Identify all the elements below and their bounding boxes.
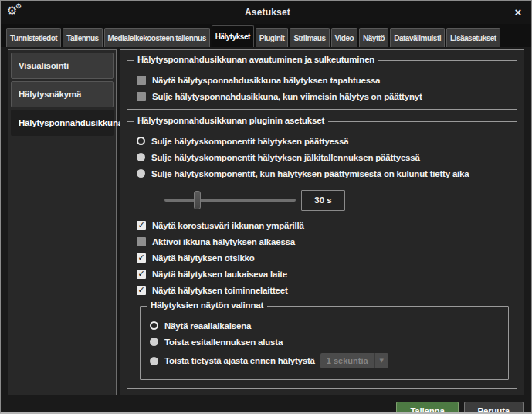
settings-window: ⚙ ⚙ Asetukset × TunnistetiedotTallennusM… xyxy=(0,0,532,414)
checkbox-row: ✓Näytä hälytyksen otsikko xyxy=(137,253,509,263)
radio-row: Toista tietystä ajasta ennen hälytystä1 … xyxy=(150,353,500,368)
group-open-close-title: Hälytysponnahdusikkunan avautuminen ja s… xyxy=(134,55,378,64)
unselected-radio-icon[interactable] xyxy=(137,153,145,161)
checked-checkbox-icon[interactable]: ✓ xyxy=(137,221,146,230)
tab-tunnistetiedot[interactable]: Tunnistetiedot xyxy=(6,28,61,47)
checkbox-row: Aktivoi ikkuna hälytyksen alkaessa xyxy=(137,236,509,246)
group-plugin-radio-rows: Sulje hälytyskomponentit hälytyksen päät… xyxy=(137,136,509,178)
unchecked-checkbox-icon[interactable] xyxy=(137,237,146,246)
group-alarm-display: Hälytyksien näytön valinnat Näytä reaali… xyxy=(140,306,509,380)
checkbox-row: ✓Näytä hälytyksen toiminnelaitteet xyxy=(137,285,509,295)
checked-checkbox-icon[interactable]: ✓ xyxy=(137,270,146,279)
radio-row: Toista esitallennuksen alusta xyxy=(150,337,500,347)
footer-bar: Tallenna Peruuta xyxy=(1,397,531,414)
checkbox-label: Näytä hälytyksen otsikko xyxy=(152,253,255,263)
gear-icon: ⚙ ⚙ xyxy=(7,4,24,21)
radio-row: Näytä reaaliaikaisena xyxy=(150,321,500,331)
group-open-close-rows: Näytä hälytysponnahdusikkuna hälytyksen … xyxy=(137,75,509,101)
sidebar: VisualisointiHälytysnäkymäHälytysponnahd… xyxy=(8,49,117,395)
unchecked-checkbox-icon[interactable] xyxy=(137,76,146,85)
checkbox-label: Näytä hälytyksen laukaiseva laite xyxy=(152,270,287,279)
radio-row: Sulje hälytyskomponentit hälytyksen jälk… xyxy=(137,152,509,162)
checkbox-label: Näytä hälytyksen toiminnelaitteet xyxy=(152,286,288,295)
checkbox-label: Näytä korostusväri ikkunan ympärillä xyxy=(152,221,304,230)
unselected-radio-icon[interactable] xyxy=(150,338,158,346)
radio-label: Sulje hälytyskomponentit hälytyksen jälk… xyxy=(151,153,420,162)
close-icon[interactable]: × xyxy=(511,5,525,19)
cancel-button[interactable]: Peruuta xyxy=(464,402,524,414)
group-alarm-display-title: Hälytyksien näytön valinnat xyxy=(147,300,267,310)
chevron-down-icon[interactable]: ▼ xyxy=(374,353,388,368)
slider-handle[interactable] xyxy=(194,191,201,209)
sidebar-item-hälytysnäkymä[interactable]: Hälytysnäkymä xyxy=(11,81,114,107)
gear-icon-small: ⚙ xyxy=(15,3,22,10)
unselected-radio-icon[interactable] xyxy=(150,357,158,365)
tab-hälytykset[interactable]: Hälytykset xyxy=(212,25,254,47)
content-area: VisualisointiHälytysnäkymäHälytysponnahd… xyxy=(1,47,531,397)
radio-label: Näytä reaaliaikaisena xyxy=(164,321,251,331)
close-delay-value-box[interactable]: 30 s xyxy=(301,190,345,211)
group-plugin-settings-title: Hälytysponnahdusikkunan pluginin asetuks… xyxy=(134,116,328,125)
main-panel: Hälytysponnahdusikkunan avautuminen ja s… xyxy=(120,49,524,395)
tab-lisäasetukset[interactable]: Lisäasetukset xyxy=(446,28,500,47)
radio-row: Sulje hälytyskomponentit, kun hälytyksen… xyxy=(137,168,509,178)
close-delay-slider[interactable] xyxy=(164,199,296,202)
close-delay-slider-row: 30 s xyxy=(164,189,509,211)
tab-video[interactable]: Video xyxy=(331,28,358,47)
title-bar: ⚙ ⚙ Asetukset × xyxy=(1,1,531,24)
unchecked-checkbox-icon[interactable] xyxy=(137,92,146,101)
tab-tallennus[interactable]: Tallennus xyxy=(63,28,102,47)
group-plugin-checkbox-rows: ✓Näytä korostusväri ikkunan ympärilläAkt… xyxy=(137,220,509,295)
window-title: Asetukset xyxy=(24,7,511,18)
save-button[interactable]: Tallenna xyxy=(396,402,458,414)
tab-striimaus[interactable]: Striimaus xyxy=(290,28,329,47)
checkbox-row: ✓Näytä korostusväri ikkunan ympärillä xyxy=(137,220,509,230)
checkbox-row: Näytä hälytysponnahdusikkuna hälytyksen … xyxy=(137,75,509,85)
tab-bar: TunnistetiedotTallennusMedialeikekoostee… xyxy=(1,24,531,47)
group-open-close: Hälytysponnahdusikkunan avautuminen ja s… xyxy=(127,60,517,110)
tab-näyttö[interactable]: Näyttö xyxy=(359,28,388,47)
unselected-radio-icon[interactable] xyxy=(137,169,145,178)
checkbox-row: Sulje hälytysponnahdusikkuna, kun viimei… xyxy=(137,91,509,101)
checkbox-label: Sulje hälytysponnahdusikkuna, kun viimei… xyxy=(152,92,422,101)
preplay-time-dropdown[interactable]: 1 sekuntia▼ xyxy=(320,353,388,368)
selected-radio-icon[interactable] xyxy=(150,321,158,330)
radio-row: Sulje hälytyskomponentit hälytyksen päät… xyxy=(137,136,509,146)
sidebar-item-hälytysponnahdusikkuna[interactable]: Hälytysponnahdusikkuna xyxy=(11,110,114,136)
tab-medialeikekoosteen-tallennus[interactable]: Medialeikekoosteen tallennus xyxy=(104,28,210,47)
group-alarm-display-radio-rows: Näytä reaaliaikaisenaToista esitallennuk… xyxy=(150,321,500,368)
checkbox-label: Aktivoi ikkuna hälytyksen alkaessa xyxy=(152,237,295,246)
tab-pluginit[interactable]: Pluginit xyxy=(256,28,289,47)
selected-radio-icon[interactable] xyxy=(137,137,145,145)
radio-label: Toista esitallennuksen alusta xyxy=(164,338,283,347)
checked-checkbox-icon[interactable]: ✓ xyxy=(137,286,146,295)
tab-datavälimuisti[interactable]: Datavälimuisti xyxy=(390,28,445,47)
preplay-time-value: 1 sekuntia xyxy=(320,353,374,368)
checked-checkbox-icon[interactable]: ✓ xyxy=(137,253,146,263)
checkbox-row: ✓Näytä hälytyksen laukaiseva laite xyxy=(137,269,509,279)
checkbox-label: Näytä hälytysponnahdusikkuna hälytyksen … xyxy=(152,76,380,85)
radio-label: Sulje hälytyskomponentit hälytyksen päät… xyxy=(151,137,348,146)
group-plugin-settings: Hälytysponnahdusikkunan pluginin asetuks… xyxy=(127,121,517,389)
radio-label: Sulje hälytyskomponentit, kun hälytyksen… xyxy=(151,169,469,178)
radio-label: Toista tietystä ajasta ennen hälytystä xyxy=(164,356,315,365)
sidebar-item-visualisointi[interactable]: Visualisointi xyxy=(11,53,114,79)
